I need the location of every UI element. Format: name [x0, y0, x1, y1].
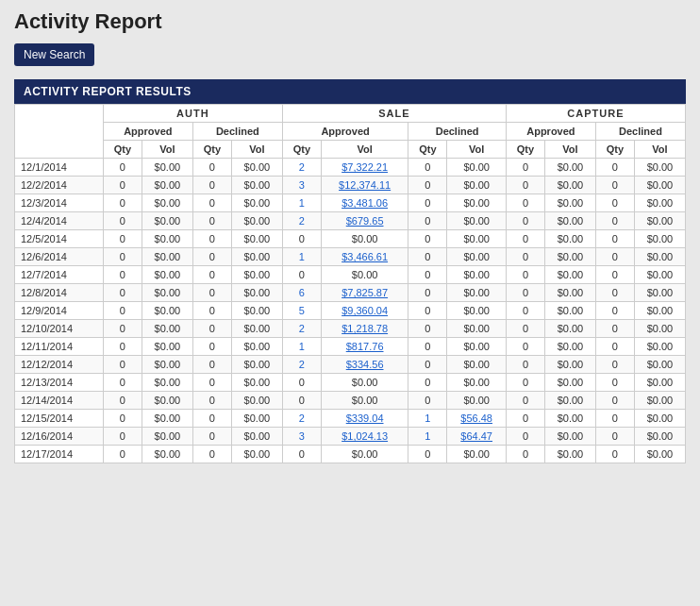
col-vol-3: Vol: [321, 141, 408, 159]
qty-cell: 0: [595, 446, 634, 463]
date-cell: 12/14/2014: [15, 392, 104, 410]
qty-cell: 0: [506, 248, 544, 266]
qty-cell: 1: [282, 338, 321, 356]
vol-cell: $0.00: [321, 230, 408, 248]
vol-cell: $0.00: [634, 230, 685, 248]
table-row: 12/3/20140$0.000$0.001$3,481.060$0.000$0…: [15, 194, 686, 212]
vol-cell: $0.00: [142, 374, 192, 392]
date-cell: 12/16/2014: [15, 428, 104, 446]
vol-cell: $0.00: [231, 356, 282, 374]
date-cell: 12/15/2014: [15, 410, 104, 428]
vol-cell: $0.00: [142, 159, 192, 177]
qty-cell: 0: [506, 284, 544, 302]
qty-cell: 0: [408, 338, 447, 356]
vol-cell: $0.00: [142, 320, 192, 338]
qty-cell: 0: [595, 248, 634, 266]
vol-cell: $0.00: [142, 230, 192, 248]
table-row: 12/4/20140$0.000$0.002$679.650$0.000$0.0…: [15, 212, 686, 230]
qty-cell: 0: [103, 374, 142, 392]
vol-cell: $0.00: [142, 284, 192, 302]
qty-cell: 3: [282, 177, 321, 194]
qty-cell: 0: [506, 212, 544, 230]
vol-cell[interactable]: $64.47: [447, 428, 507, 446]
qty-cell: 0: [506, 374, 544, 392]
qty-cell: 2: [282, 356, 321, 374]
qty-cell: 0: [408, 356, 447, 374]
vol-cell: $0.00: [634, 446, 685, 463]
qty-cell: 2: [282, 410, 321, 428]
qty-cell: 0: [103, 338, 142, 356]
table-row: 12/15/20140$0.000$0.002$339.041$56.480$0…: [15, 410, 686, 428]
qty-cell: 0: [506, 338, 544, 356]
vol-cell[interactable]: $7,322.21: [321, 159, 408, 177]
vol-cell[interactable]: $1,024.13: [321, 428, 408, 446]
qty-cell: 3: [282, 428, 321, 446]
vol-cell[interactable]: $1,218.78: [321, 320, 408, 338]
qty-cell: 0: [595, 410, 634, 428]
vol-cell: $0.00: [447, 320, 507, 338]
col-qty-4: Qty: [408, 141, 447, 159]
vol-cell[interactable]: $339.04: [321, 410, 408, 428]
qty-cell: 0: [103, 194, 142, 212]
auth-group-header: AUTH: [103, 105, 282, 123]
vol-cell: $0.00: [142, 410, 192, 428]
vol-cell: $0.00: [447, 177, 507, 194]
date-cell: 12/2/2014: [15, 177, 104, 194]
qty-cell: 0: [506, 302, 544, 320]
vol-cell: $0.00: [447, 338, 507, 356]
qty-cell: 0: [103, 284, 142, 302]
vol-cell[interactable]: $7,825.87: [321, 284, 408, 302]
date-cell: 12/4/2014: [15, 212, 104, 230]
vol-cell[interactable]: $3,466.61: [321, 248, 408, 266]
qty-cell: 2: [282, 212, 321, 230]
vol-cell: $0.00: [544, 392, 595, 410]
vol-cell[interactable]: $9,360.04: [321, 302, 408, 320]
vol-cell[interactable]: $817.76: [321, 338, 408, 356]
new-search-button[interactable]: New Search: [14, 43, 94, 66]
col-vol-5: Vol: [544, 141, 595, 159]
col-qty-5: Qty: [506, 141, 544, 159]
vol-cell[interactable]: $679.65: [321, 212, 408, 230]
qty-cell: 0: [282, 374, 321, 392]
qty-cell: 2: [282, 159, 321, 177]
vol-cell[interactable]: $12,374.11: [321, 177, 408, 194]
table-row: 12/2/20140$0.000$0.003$12,374.110$0.000$…: [15, 177, 686, 194]
vol-cell: $0.00: [231, 266, 282, 284]
vol-cell[interactable]: $3,481.06: [321, 194, 408, 212]
vol-cell: $0.00: [544, 248, 595, 266]
vol-cell: $0.00: [321, 266, 408, 284]
sale-approved-header: Approved: [282, 123, 408, 141]
vol-cell: $0.00: [544, 410, 595, 428]
qty-cell: 0: [506, 194, 544, 212]
vol-cell: $0.00: [142, 194, 192, 212]
qty-cell: 0: [408, 159, 447, 177]
date-cell: 12/13/2014: [15, 374, 104, 392]
date-cell: 12/10/2014: [15, 320, 104, 338]
auth-approved-header: Approved: [103, 123, 192, 141]
vol-cell: $0.00: [634, 374, 685, 392]
vol-cell[interactable]: $334.56: [321, 356, 408, 374]
qty-cell: 0: [506, 392, 544, 410]
vol-cell: $0.00: [142, 248, 192, 266]
vol-cell[interactable]: $56.48: [447, 410, 507, 428]
qty-cell: 0: [192, 320, 231, 338]
vol-cell: $0.00: [634, 320, 685, 338]
qty-cell: 0: [408, 212, 447, 230]
table-row: 12/10/20140$0.000$0.002$1,218.780$0.000$…: [15, 320, 686, 338]
vol-cell: $0.00: [634, 428, 685, 446]
vol-cell: $0.00: [447, 446, 507, 463]
vol-cell: $0.00: [634, 159, 685, 177]
page-title: Activity Report: [14, 9, 686, 34]
col-vol-1: Vol: [142, 141, 192, 159]
vol-cell: $0.00: [447, 356, 507, 374]
qty-cell: 0: [192, 248, 231, 266]
col-vol-6: Vol: [634, 141, 685, 159]
qty-cell: 0: [192, 338, 231, 356]
qty-cell: 0: [408, 248, 447, 266]
qty-cell: 0: [408, 230, 447, 248]
table-row: 12/12/20140$0.000$0.002$334.560$0.000$0.…: [15, 356, 686, 374]
vol-cell: $0.00: [634, 194, 685, 212]
vol-cell: $0.00: [447, 374, 507, 392]
qty-cell: 0: [595, 159, 634, 177]
vol-cell: $0.00: [321, 446, 408, 463]
